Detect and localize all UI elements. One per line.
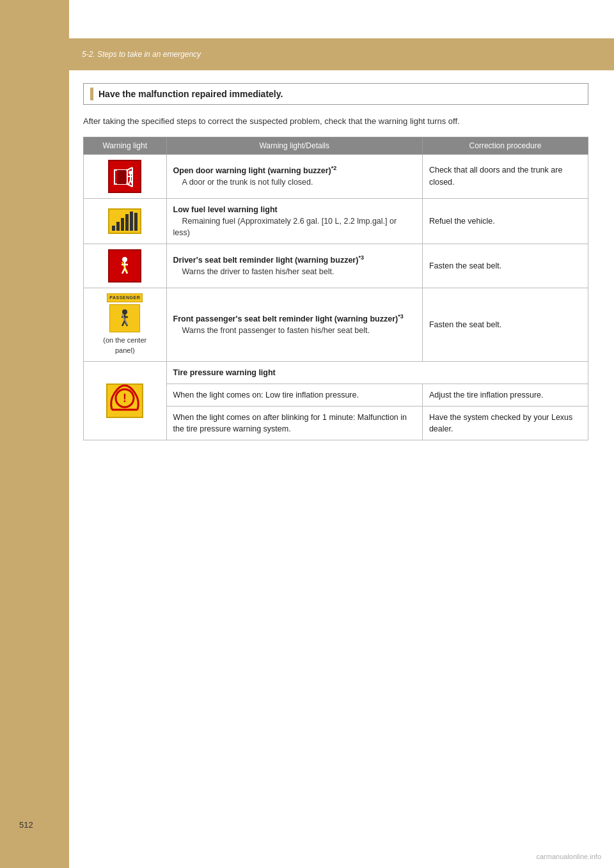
detail-normal-2: Warns the driver to fasten his/her seat … [173, 267, 335, 276]
svg-line-3 [127, 184, 132, 187]
detail-bold-1: Low fuel level warning light [173, 205, 278, 214]
svg-point-10 [122, 257, 127, 262]
warning-table: Warning light Warning light/Details Corr… [83, 137, 588, 441]
correction-cell-3: Fasten the seat belt. [422, 288, 588, 361]
header-title: 5-2. Steps to take in an emergency [82, 50, 201, 59]
detail-normal-0: A door or the trunk is not fully closed. [173, 178, 313, 187]
tire-sub-detail-2: When the light comes on after blinking f… [166, 407, 422, 440]
icon-cell-passenger: PASSENGER (on the centerpanel) [84, 288, 167, 361]
tire-sub-detail-text-2: When the light comes on after blinking f… [173, 413, 407, 433]
passenger-badge: PASSENGER [107, 293, 143, 302]
fuel-bar-3 [121, 218, 124, 231]
tire-sub-detail-text-1: When the light comes on: Low tire inflat… [173, 391, 359, 399]
detail-bold-2: Driver's seat belt reminder light (warni… [173, 256, 364, 265]
fuel-bar-1 [112, 226, 115, 231]
col-header-warning-light: Warning light [84, 137, 167, 154]
fuel-bars [112, 212, 138, 231]
table-row: Open door warning light (warning buzzer)… [84, 154, 588, 198]
tire-sub-correction-text-2: Have the system checked by your Lexus de… [429, 413, 572, 433]
correction-text-0: Check that all doors and the trunk are c… [429, 166, 562, 186]
tire-sub-correction-1: Adjust the tire inflation pressure. [422, 384, 588, 407]
header-bar: 5-2. Steps to take in an emergency [69, 38, 614, 70]
col-header-details: Warning light/Details [166, 137, 422, 154]
left-sidebar [0, 0, 69, 868]
table-header-row: Warning light Warning light/Details Corr… [84, 137, 588, 154]
table-row-tire-header: ! Tire pressure warning light [84, 361, 588, 384]
icon-cell-tire: ! [84, 361, 167, 440]
correction-cell-0: Check that all doors and the trunk are c… [422, 154, 588, 198]
table-row: Driver's seat belt reminder light (warni… [84, 244, 588, 288]
fuel-bar-4 [125, 214, 129, 231]
detail-bold-3: Front passenger's seat belt reminder lig… [173, 314, 404, 323]
passenger-icon-wrapper: PASSENGER (on the centerpanel) [90, 293, 160, 356]
detail-normal-3: Warns the front passenger to fasten his/… [173, 326, 370, 335]
tire-sub-correction-2: Have the system checked by your Lexus de… [422, 407, 588, 440]
table-row: PASSENGER (on the centerpanel) [84, 288, 588, 361]
correction-cell-1: Refuel the vehicle. [422, 198, 588, 244]
tire-pressure-icon: ! [106, 384, 143, 418]
svg-text:!: ! [123, 392, 127, 405]
svg-rect-1 [117, 170, 126, 184]
section-title: Have the malfunction repaired immediatel… [98, 89, 283, 99]
details-cell-open-door: Open door warning light (warning buzzer)… [166, 154, 422, 198]
intro-text: After taking the specified steps to corr… [83, 115, 588, 128]
details-cell-fuel: Low fuel level warning light Remaining f… [166, 198, 422, 244]
col-header-correction: Correction procedure [422, 137, 588, 154]
correction-text-2: Fasten the seat belt. [429, 261, 501, 270]
icon-cell-seatbelt [84, 244, 167, 288]
tire-icon-inner: ! [108, 384, 141, 418]
icon-cell-fuel [84, 198, 167, 244]
correction-cell-2: Fasten the seat belt. [422, 244, 588, 288]
fuel-bar-6 [134, 213, 138, 231]
section-header-bar [90, 88, 93, 100]
details-cell-passenger: Front passenger's seat belt reminder lig… [166, 288, 422, 361]
icon-cell-open-door [84, 154, 167, 198]
svg-point-16 [122, 309, 127, 314]
details-cell-seatbelt: Driver's seat belt reminder light (warni… [166, 244, 422, 288]
open-door-icon [108, 160, 141, 193]
detail-bold-0: Open door warning light (warning buzzer)… [173, 166, 337, 175]
main-content: Have the malfunction repaired immediatel… [83, 83, 588, 817]
correction-text-3: Fasten the seat belt. [429, 320, 501, 329]
fuel-bar-2 [116, 222, 120, 231]
svg-point-5 [129, 171, 132, 174]
tire-pressure-label: Tire pressure warning light [173, 368, 276, 377]
page-number: 512 [19, 820, 33, 830]
watermark: carmanualonline.info [536, 853, 601, 860]
table-row: Low fuel level warning light Remaining f… [84, 198, 588, 244]
seatbelt-icon [108, 249, 141, 283]
correction-text-1: Refuel the vehicle. [429, 217, 495, 226]
fuel-icon [108, 208, 141, 234]
passenger-seatbelt-icon [109, 304, 140, 332]
tire-section-header-cell: Tire pressure warning light [166, 361, 588, 384]
tire-sub-detail-1: When the light comes on: Low tire inflat… [166, 384, 422, 407]
detail-normal-1: Remaining fuel (Approximately 2.6 gal. [… [173, 217, 397, 237]
section-header: Have the malfunction repaired immediatel… [83, 83, 588, 105]
on-center-panel-label: (on the centerpanel) [103, 336, 146, 356]
fuel-bar-5 [130, 212, 133, 231]
svg-line-2 [127, 167, 132, 170]
tire-sub-correction-text-1: Adjust the tire inflation pressure. [429, 391, 544, 399]
